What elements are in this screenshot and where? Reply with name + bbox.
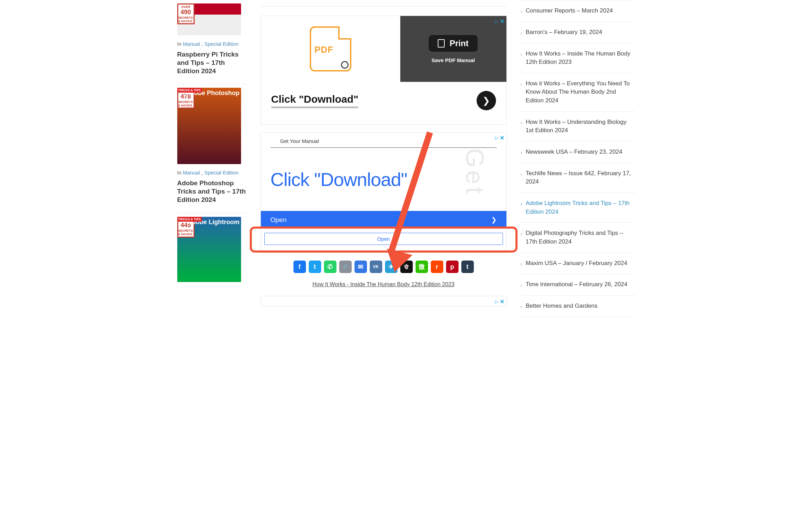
recent-post-item[interactable]: ›Consumer Reports – March 2024 bbox=[521, 0, 635, 22]
category-link-special[interactable]: Special Edition bbox=[204, 170, 239, 176]
chevron-right-icon: › bbox=[521, 230, 522, 246]
vk-icon[interactable]: VK bbox=[370, 261, 382, 273]
recent-post-label: How it Works – Everything You Need To Kn… bbox=[526, 79, 635, 105]
recent-posts-list: ›Consumer Reports – March 2024›Barron's … bbox=[521, 0, 635, 317]
magazine-thumb[interactable]: OVER 478 SECRETS & HACKS Adobe Photoshop… bbox=[177, 88, 241, 164]
recent-post-label: Consumer Reports – March 2024 bbox=[526, 7, 635, 15]
recent-post-label: Techlife News – Issue 642, February 17, … bbox=[526, 169, 635, 186]
ad-unit-1: ▷ ✕ PDF Print Save PDF Manual bbox=[260, 16, 507, 125]
telegram-icon[interactable]: ✈ bbox=[385, 261, 398, 273]
main-content: ▷ ✕ PDF Print Save PDF Manual bbox=[260, 0, 507, 317]
recent-post-item[interactable]: ›Digital Photography Tricks and Tips – 1… bbox=[521, 223, 635, 253]
post-title-link[interactable]: Raspberry Pi Tricks and Tips – 17th Edit… bbox=[177, 51, 239, 75]
recent-post-item[interactable]: ›How It Works – Inside The Human Body 12… bbox=[521, 43, 635, 73]
adchoices-icon[interactable]: ▷ bbox=[495, 135, 498, 140]
adchoices-icon[interactable]: ▷ bbox=[495, 299, 498, 304]
recent-post-item[interactable]: ›Barron's – February 19, 2024 bbox=[521, 22, 635, 43]
next-arrow-button[interactable]: ❯ bbox=[477, 91, 496, 110]
chevron-right-icon: › bbox=[521, 281, 522, 289]
chevron-right-icon: › bbox=[521, 119, 522, 135]
recent-post-label: Adobe Lightroom Tricks and Tips – 17th E… bbox=[526, 199, 635, 216]
post-title: Adobe Photoshop Tricks and Tips – 17th E… bbox=[177, 179, 247, 204]
left-sidebar: OVER 490 SECRETS & HACKS In Manual , Spe… bbox=[177, 0, 247, 317]
recent-post-item[interactable]: ›Newsweek USA – February 23, 2024 bbox=[521, 142, 635, 163]
twitter-icon[interactable]: t bbox=[309, 261, 321, 273]
highlighted-open-region: Open bbox=[250, 227, 518, 253]
post-meta: In Manual , Special Edition bbox=[177, 41, 247, 47]
tumblr-icon[interactable]: t bbox=[461, 261, 474, 273]
related-card: OVER 478 SECRETS & HACKS Adobe Photoshop… bbox=[177, 88, 247, 213]
category-link-manual[interactable]: Manual bbox=[183, 41, 200, 47]
wechat-icon[interactable]: 微 bbox=[416, 261, 428, 273]
chevron-right-icon: › bbox=[521, 200, 522, 216]
tricks-tips-badge: TRICKS & TIPS bbox=[177, 88, 202, 93]
magazine-thumb[interactable]: OVER 445 SECRETS & HACKS Adobe Lightroom… bbox=[177, 217, 241, 282]
magazine-thumb[interactable]: OVER 490 SECRETS & HACKS bbox=[177, 3, 241, 35]
ad-cta-text[interactable]: Click "Download" bbox=[271, 93, 359, 108]
chevron-right-icon: › bbox=[521, 29, 522, 37]
recent-post-label: Maxim USA – January / February 2024 bbox=[526, 259, 635, 268]
ad-unit-3: ▷ ✕ bbox=[260, 296, 507, 306]
ad-unit-2: ▷ ✕ Get Your Manual Get Click "Download"… bbox=[260, 132, 507, 253]
whatsapp-icon[interactable]: ✆ bbox=[324, 261, 336, 273]
link-icon[interactable]: 🔗 bbox=[339, 261, 352, 273]
tricks-tips-badge: TRICKS & TIPS bbox=[177, 217, 202, 222]
document-icon bbox=[438, 39, 445, 48]
share-bar: ft✆🔗✉VK✈👻微rpt bbox=[260, 261, 507, 273]
refresh-icon bbox=[341, 61, 349, 69]
right-sidebar: ›Consumer Reports – March 2024›Barron's … bbox=[521, 0, 635, 317]
chevron-right-icon: › bbox=[521, 170, 522, 186]
adchoices-icon[interactable]: ▷ bbox=[495, 19, 498, 24]
pdf-file-icon: PDF bbox=[310, 26, 351, 71]
chevron-right-icon: › bbox=[521, 80, 522, 105]
recent-post-label: Better Homes and Gardens bbox=[526, 302, 635, 310]
divider bbox=[260, 6, 507, 7]
reddit-icon[interactable]: r bbox=[431, 261, 443, 273]
ad-header: Get Your Manual bbox=[271, 133, 497, 148]
recent-post-label: Time International – February 26, 2024 bbox=[526, 280, 635, 289]
close-ad-icon[interactable]: ✕ bbox=[500, 298, 504, 305]
recent-post-label: Newsweek USA – February 23, 2024 bbox=[526, 148, 635, 156]
close-ad-icon[interactable]: ✕ bbox=[500, 18, 504, 25]
snapchat-icon[interactable]: 👻 bbox=[400, 261, 413, 273]
recent-post-label: Digital Photography Tricks and Tips – 17… bbox=[526, 229, 635, 246]
ghost-text: Get bbox=[461, 148, 489, 197]
recent-post-item[interactable]: ›Adobe Lightroom Tricks and Tips – 17th … bbox=[521, 193, 635, 223]
messenger-icon[interactable]: ✉ bbox=[354, 261, 367, 273]
chevron-right-icon: ❯ bbox=[491, 216, 497, 224]
under-link[interactable]: How It Works - Inside The Human Body 12t… bbox=[313, 281, 454, 287]
recent-post-item[interactable]: ›Maxim USA – January / February 2024 bbox=[521, 253, 635, 274]
ad-subtitle: Save PDF Manual bbox=[431, 57, 475, 63]
print-button[interactable]: Print bbox=[429, 35, 478, 52]
post-title-link[interactable]: Adobe Photoshop Tricks and Tips – 17th E… bbox=[177, 179, 246, 203]
related-link: How It Works - Inside The Human Body 12t… bbox=[260, 281, 507, 288]
ad-big-text: Click "Download" bbox=[271, 169, 407, 190]
related-card: OVER 490 SECRETS & HACKS In Manual , Spe… bbox=[177, 3, 247, 84]
chevron-right-icon: › bbox=[521, 51, 522, 67]
recent-post-item[interactable]: ›How it Works – Everything You Need To K… bbox=[521, 73, 635, 112]
recent-post-item[interactable]: ›Better Homes and Gardens bbox=[521, 296, 635, 317]
chevron-right-icon: › bbox=[521, 303, 522, 310]
category-link-manual[interactable]: Manual bbox=[183, 170, 200, 176]
chevron-right-icon: › bbox=[521, 149, 522, 156]
open-button[interactable]: Open bbox=[264, 233, 503, 245]
facebook-icon[interactable]: f bbox=[293, 261, 306, 273]
chevron-right-icon: › bbox=[521, 260, 522, 268]
recent-post-item[interactable]: ›How It Works – Understanding Biology 1s… bbox=[521, 112, 635, 142]
category-link-special[interactable]: Special Edition bbox=[204, 41, 239, 47]
related-card: OVER 445 SECRETS & HACKS Adobe Lightroom… bbox=[177, 217, 247, 282]
recent-post-item[interactable]: ›Techlife News – Issue 642, February 17,… bbox=[521, 163, 635, 193]
open-bar[interactable]: Open ❯ bbox=[261, 211, 506, 229]
recent-post-label: How It Works – Inside The Human Body 12t… bbox=[526, 50, 635, 67]
recent-post-label: How It Works – Understanding Biology 1st… bbox=[526, 118, 635, 135]
close-ad-icon[interactable]: ✕ bbox=[500, 135, 504, 141]
post-meta: In Manual , Special Edition bbox=[177, 170, 247, 176]
post-title: Raspberry Pi Tricks and Tips – 17th Edit… bbox=[177, 50, 247, 75]
recent-post-label: Barron's – February 19, 2024 bbox=[526, 28, 635, 37]
chevron-right-icon: › bbox=[521, 8, 522, 15]
secrets-badge: OVER 490 SECRETS & HACKS bbox=[177, 3, 195, 24]
pinterest-icon[interactable]: p bbox=[446, 261, 459, 273]
recent-post-item[interactable]: ›Time International – February 26, 2024 bbox=[521, 274, 635, 296]
